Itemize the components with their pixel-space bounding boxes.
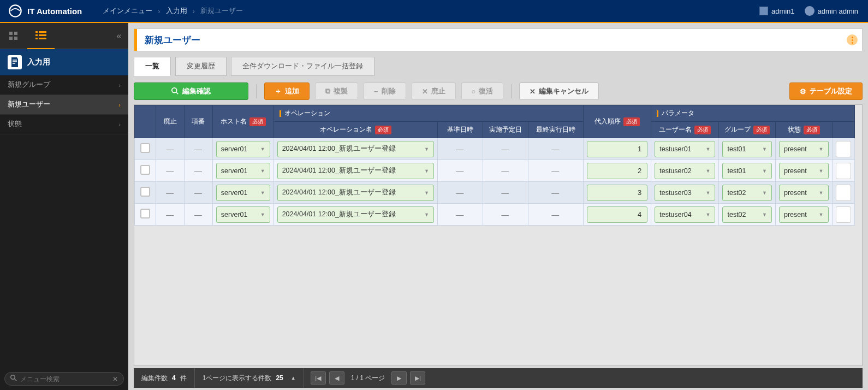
user-area: admin1 admin admin [759, 6, 868, 16]
workspace-icon [759, 7, 768, 15]
app-logo[interactable]: IT Automation [0, 3, 90, 19]
user-avatar-icon [805, 6, 815, 16]
chevron-right-icon: › [193, 7, 195, 15]
app-logo-icon [8, 3, 23, 19]
breadcrumb-current: 新規ユーザー [200, 6, 243, 16]
user-menu[interactable]: admin admin [805, 6, 858, 16]
breadcrumb-item-main[interactable]: メインメニュー [103, 6, 152, 16]
breadcrumb: メインメニュー › 入力用 › 新規ユーザー [103, 6, 243, 16]
top-bar: IT Automation メインメニュー › 入力用 › 新規ユーザー adm… [0, 0, 868, 22]
view-list-button[interactable] [27, 23, 55, 23]
view-grid-button[interactable] [0, 23, 27, 23]
app-name: IT Automation [27, 7, 82, 16]
sidebar-collapse-button[interactable]: « [110, 23, 128, 23]
workspace-selector[interactable]: admin1 [759, 7, 795, 15]
chevron-right-icon: › [158, 7, 160, 15]
breadcrumb-item-input[interactable]: 入力用 [166, 6, 187, 16]
user-name: admin admin [818, 7, 858, 15]
workspace-name: admin1 [771, 7, 795, 15]
